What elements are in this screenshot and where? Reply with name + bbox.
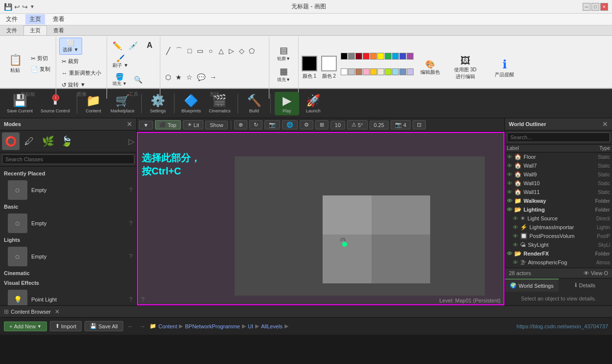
swatch-yellow[interactable]	[377, 53, 384, 60]
select-button[interactable]: ⬜ 选择 ▼	[59, 38, 82, 55]
details-tab[interactable]: ℹ Details	[559, 278, 612, 292]
shape-rect[interactable]: □	[185, 45, 195, 56]
fill-button[interactable]: 🪣 填充 ▼	[110, 71, 129, 88]
top-view-button[interactable]: ⬛ Top	[155, 120, 181, 129]
play-button[interactable]: ▶ Play	[275, 92, 299, 115]
redo-icon[interactable]: ↪	[22, 3, 28, 11]
swatch-lime[interactable]	[385, 68, 392, 75]
viewport-options-3[interactable]: 📷	[264, 120, 280, 129]
shape-rtri[interactable]: ▷	[226, 45, 236, 56]
shape-star2[interactable]: ☆	[184, 72, 195, 83]
menu-view[interactable]: 查看	[49, 14, 68, 24]
text-button[interactable]: A	[142, 40, 157, 52]
category-cinematic[interactable]: Cinematic	[0, 268, 136, 278]
ol-wall9[interactable]: 👁 🏠 Wall9 Static	[505, 170, 612, 179]
path-ui[interactable]: UI	[248, 323, 253, 329]
mode-paint[interactable]: 🖊	[21, 132, 38, 150]
ol-lighting[interactable]: 👁 📂 Lighting Folder	[505, 205, 612, 214]
window-controls[interactable]: ─ □ ✕	[583, 3, 608, 11]
swatch-pink[interactable]	[363, 68, 370, 75]
category-recently-placed[interactable]: Recently Placed	[0, 169, 136, 178]
visibility-icon[interactable]: 👁	[513, 224, 518, 230]
magnify-button[interactable]: 🔍	[131, 71, 145, 88]
category-basic[interactable]: Basic	[0, 202, 136, 212]
viewport-options-2[interactable]: ↻	[249, 120, 262, 129]
swatch-darkred[interactable]	[355, 53, 362, 60]
ol-renderfx[interactable]: 👁 📂 RenderFX Folder	[505, 249, 612, 258]
content-button[interactable]: 📁 Content	[81, 92, 106, 115]
swatch-black[interactable]	[341, 53, 348, 60]
swatch-indigo[interactable]	[399, 53, 406, 60]
dropdown-icon[interactable]: ▼	[30, 4, 35, 9]
mode-placement[interactable]: ⭕	[2, 132, 20, 150]
outliner-search-input[interactable]	[507, 132, 610, 142]
visibility-icon[interactable]: 👁	[507, 189, 512, 195]
swatch-red[interactable]	[363, 53, 370, 60]
shape-ellipse[interactable]: ○	[206, 45, 216, 56]
build-button[interactable]: 🔨 Build	[242, 92, 266, 115]
import-button[interactable]: ⬆ Import	[50, 321, 82, 331]
swatch-steel[interactable]	[399, 68, 406, 75]
ol-skylight[interactable]: 👁 🌤 SkyLight SkyLi	[505, 240, 612, 249]
ribbon-tab-view[interactable]: 查看	[47, 25, 70, 35]
path-alllevels[interactable]: AllLevels	[261, 323, 283, 329]
modes-close-button[interactable]: ✕	[127, 120, 132, 128]
ol-postprocess[interactable]: 👁 🔲 PostProcessVolum PostP	[505, 232, 612, 240]
shape-diamond[interactable]: ◇	[237, 45, 246, 56]
visibility-icon[interactable]: 👁	[513, 242, 518, 248]
viewport-options-5[interactable]: ⚙	[300, 120, 313, 129]
viewport-canvas[interactable]: 选择此部分， 按Ctrl+C 🎮 ? Level: Map01 (Persist…	[137, 132, 504, 305]
shape-line[interactable]: ╱	[163, 45, 173, 56]
viewport-help-button[interactable]: ?	[141, 296, 145, 303]
visibility-icon[interactable]: 👁	[513, 259, 518, 265]
paste-button[interactable]: 📋 粘贴	[3, 52, 27, 76]
titlebar-icons[interactable]: 💾 ↩ ↪ ▼	[4, 3, 35, 11]
ol-atmosfog[interactable]: 👁 🌫 AtmosphericFog Atmos	[505, 258, 612, 267]
edit-colors-button[interactable]: 🎨 编辑颜色	[417, 58, 443, 78]
visibility-icon[interactable]: 👁	[507, 198, 512, 204]
crop-button[interactable]: ✂ 裁剪	[59, 56, 81, 66]
cut-button[interactable]: ✂ 剪切	[28, 53, 53, 64]
cam-value[interactable]: 📷 4	[391, 120, 411, 129]
use3d-button[interactable]: 🖼 使用图 3D进行编辑	[451, 53, 480, 82]
swatch-green[interactable]	[385, 53, 392, 60]
lit-button[interactable]: ☀ Lit	[183, 120, 204, 129]
cb-close-button[interactable]: ✕	[55, 308, 60, 315]
menu-home[interactable]: 主页	[25, 14, 45, 24]
angle-value[interactable]: ⚠ 5°	[347, 120, 368, 129]
maximize-button[interactable]: □	[591, 3, 599, 11]
viewport-options-6[interactable]: ⊞	[315, 120, 328, 129]
swatch-lavender[interactable]	[407, 68, 414, 75]
ol-wall11[interactable]: 👁 🏠 Wall11 Static	[505, 188, 612, 196]
minimize-button[interactable]: ─	[583, 3, 590, 11]
nav-back-button[interactable]: ←	[127, 322, 134, 330]
shape-hex[interactable]: ⬡	[163, 72, 173, 83]
world-settings-tab[interactable]: 🌍 World Settings	[505, 278, 559, 292]
list-item[interactable]: ○ Empty ?	[0, 178, 136, 202]
ol-wall7[interactable]: 👁 🏠 Wall7 Static	[505, 161, 612, 170]
swatch-blue[interactable]	[392, 53, 399, 60]
nav-forward-button[interactable]: →	[139, 322, 146, 330]
ol-walkway[interactable]: 👁 📁 Walkway Folder	[505, 196, 612, 205]
product-button[interactable]: ℹ 产品提醒	[492, 56, 517, 80]
outline-btn[interactable]: ▤ 轮廓▼	[273, 43, 295, 64]
brush-button[interactable]: 🖌️ 刷子 ▼	[110, 53, 131, 70]
blueprints-button[interactable]: 🔷 Blueprints	[178, 92, 204, 115]
add-new-button[interactable]: + Add New ▼	[4, 321, 47, 331]
swatch-cream[interactable]	[377, 68, 384, 75]
save-all-button[interactable]: 💾 Save All	[85, 321, 123, 331]
resize-button[interactable]: ↔ 重新调整大小	[59, 68, 104, 78]
mode-landscape[interactable]: 🌿	[39, 132, 57, 150]
outliner-close-button[interactable]: ✕	[602, 120, 608, 128]
pencil-button[interactable]: ✏️	[110, 40, 125, 52]
list-item[interactable]: ○ Empty ?	[0, 245, 136, 268]
snap-value[interactable]: 10	[330, 121, 345, 129]
visibility-icon[interactable]: 👁	[507, 180, 512, 186]
view-options-button[interactable]: 👁 View O	[584, 270, 608, 276]
ribbon-tab-home[interactable]: 主页	[23, 25, 47, 35]
viewport-options-1[interactable]: ⊕	[234, 120, 247, 129]
help-icon[interactable]: ?	[129, 187, 132, 193]
launch-button[interactable]: 🚀 Launch	[301, 92, 326, 115]
ol-floor[interactable]: 👁 🏠 Floor Static	[505, 152, 612, 161]
ol-wall10[interactable]: 👁 🏠 Wall10 Static	[505, 179, 612, 188]
